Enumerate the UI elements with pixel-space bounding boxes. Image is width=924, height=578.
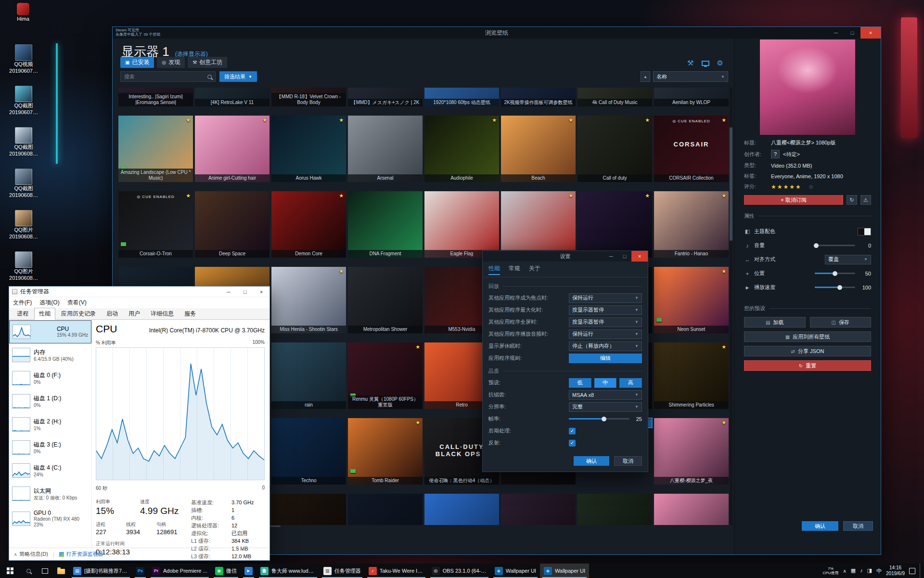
task-manager-titlebar[interactable]: 任务管理器 ─ □ × bbox=[9, 287, 270, 297]
wallpaper-tile[interactable] bbox=[578, 494, 652, 525]
apply-to-all-button[interactable]: ▦应用到所有壁纸 bbox=[744, 331, 871, 342]
taskbar-task-premiere[interactable]: PrAdobe Premiere ... bbox=[148, 564, 211, 578]
wrench-icon[interactable]: ⚒ bbox=[687, 59, 693, 67]
menu-item[interactable]: 选项(O) bbox=[39, 299, 59, 307]
scrollbar-thumb[interactable] bbox=[730, 127, 732, 241]
perf-sidebar-item[interactable]: GPU 0Radeon (TM) RX 48023% bbox=[9, 505, 91, 532]
wallpaper-tile[interactable]: DNA Fragment bbox=[348, 191, 423, 258]
close-button[interactable]: × bbox=[631, 251, 648, 262]
minimize-button[interactable]: ─ bbox=[220, 287, 237, 297]
wallpaper-tile[interactable] bbox=[348, 494, 423, 525]
menu-item[interactable]: 文件(F) bbox=[13, 299, 32, 307]
rating-stars[interactable]: ★★★★★ bbox=[771, 184, 802, 190]
wallpaper-tile[interactable] bbox=[271, 494, 346, 525]
we-titlebar[interactable]: 浏览壁纸 ─ □ × bbox=[113, 27, 881, 39]
taskbar-task-photoshop[interactable]: Ps bbox=[132, 564, 148, 578]
taskbar-task-obs[interactable]: ◎OBS 23.1.0 (64-bi... bbox=[428, 564, 491, 578]
wallpaper-tile[interactable]: ◎ CUE ENABLED★Corsair-O-Tron bbox=[118, 191, 193, 258]
close-button[interactable]: × bbox=[860, 27, 881, 39]
wallpaper-tile[interactable]: ★Fantasy Woman bbox=[578, 191, 652, 258]
wallpaper-tile[interactable]: ★Aorus Hawk bbox=[271, 116, 346, 182]
share-json-button[interactable]: ⇄分享 JSON bbox=[744, 346, 871, 356]
creator-avatar[interactable]: ? bbox=[771, 150, 780, 158]
volume-slider[interactable] bbox=[815, 245, 855, 246]
wallpaper-tile[interactable]: ★Miss Heniia - Shootin Stars bbox=[271, 267, 346, 333]
wallpaper-tile[interactable]: ★Amazing Landscape (Low CPU * Music) bbox=[118, 116, 193, 182]
taskbar-task-music-taku[interactable]: ♪Taku-We Were In... bbox=[365, 564, 428, 578]
clock[interactable]: 14:16 2019/6/9 bbox=[886, 565, 905, 577]
wallpaper-tile[interactable]: ★Fantastic Car bbox=[501, 191, 576, 258]
rate-button[interactable]: ☆ bbox=[808, 184, 814, 190]
setting-dropdown[interactable]: 保持运行▼ bbox=[569, 293, 642, 303]
fewer-details-toggle[interactable]: ∧简略信息(D) bbox=[14, 551, 48, 558]
wallpaper-tile[interactable]: ★[4K] RetroLake V 11 bbox=[195, 88, 270, 106]
file-explorer-button[interactable] bbox=[53, 564, 69, 578]
setting-dropdown[interactable]: 按显示器暂停▼ bbox=[569, 317, 642, 327]
wallpaper-tile[interactable]: 【MMD】メスガキ+スノク | 2K bbox=[348, 88, 423, 106]
minimize-button[interactable]: ─ bbox=[828, 27, 844, 39]
desktop-icon[interactable]: QQ图片20190608… bbox=[5, 210, 42, 240]
perf-sidebar-item[interactable]: 磁盘 3 (E:)0% bbox=[9, 436, 91, 459]
taskbar-task-ludashi[interactable]: 鲁鲁大师 www.ludas... bbox=[257, 564, 320, 578]
filter-results-button[interactable]: 筛选结果 ▼ bbox=[219, 71, 257, 82]
perf-sidebar-item[interactable]: 以太网发送: 0 接收: 0 Kbps bbox=[9, 482, 91, 505]
fps-slider[interactable] bbox=[569, 418, 629, 420]
desktop-icon[interactable]: QQ截图20190607… bbox=[5, 86, 42, 116]
wallpaper-tile[interactable]: ★八重樱-樱源之梦_夜 bbox=[654, 418, 729, 485]
edit-rules-button[interactable]: 编辑 bbox=[569, 354, 642, 363]
maximize-button[interactable]: □ bbox=[844, 27, 860, 39]
taskbar-task-player[interactable]: ► bbox=[241, 564, 257, 578]
refresh-icon[interactable]: ↻ bbox=[847, 195, 857, 205]
desktop-icon-hima[interactable]: Hima bbox=[5, 3, 41, 22]
wallpaper-tile[interactable]: ◎ CUE ENABLEDCORSAIR★CORSAIR Collection bbox=[654, 116, 729, 182]
wallpaper-tile[interactable]: ★Shimmering Particles bbox=[654, 342, 729, 409]
perf-sidebar-item[interactable]: 磁盘 1 (D:)0% bbox=[9, 390, 91, 413]
menu-item[interactable]: 查看(V) bbox=[67, 299, 87, 307]
wallpaper-tile[interactable]: ★【MMD R-18】Velvet Crown - Body Body bbox=[271, 88, 346, 106]
action-center-icon[interactable] bbox=[909, 568, 915, 574]
desktop-icon[interactable]: QQ截图20190608… bbox=[5, 127, 42, 157]
wallpaper-tile[interactable]: ★Neon Sunset bbox=[654, 267, 729, 333]
maximize-button[interactable]: □ bbox=[618, 251, 631, 262]
wallpaper-tile[interactable]: 4k Call of Duty Music bbox=[578, 88, 652, 106]
cpu-usage-widget[interactable]: 7% CPU使用 bbox=[823, 566, 839, 575]
taskbar-task-task-manager[interactable]: ▥任务管理器 bbox=[320, 564, 365, 578]
tm-tab-应用历史记录[interactable]: 应用历史记录 bbox=[56, 308, 101, 319]
maximize-button[interactable]: □ bbox=[237, 287, 253, 297]
sort-ascending-button[interactable]: ▲ bbox=[641, 71, 650, 82]
wallpaper-tile[interactable]: Metropolitan Shower bbox=[348, 267, 423, 333]
tm-tab-进程[interactable]: 进程 bbox=[12, 308, 33, 319]
tab-已安装[interactable]: ▣已安装 bbox=[120, 57, 154, 68]
tray-icon[interactable]: ◨ bbox=[867, 567, 872, 575]
grid-scrollbar[interactable] bbox=[730, 88, 732, 525]
display-icon[interactable] bbox=[702, 61, 709, 66]
perf-sidebar-item[interactable]: 磁盘 2 (H:)1% bbox=[9, 413, 91, 436]
slider-knob[interactable] bbox=[602, 417, 606, 421]
alignment-dropdown[interactable]: 覆盖 ▼ bbox=[825, 255, 871, 264]
tm-tab-详细信息[interactable]: 详细信息 bbox=[146, 308, 179, 319]
setting-dropdown[interactable]: MSAA x8▼ bbox=[569, 390, 642, 400]
tray-icon[interactable]: ▦ bbox=[851, 567, 856, 575]
open-resource-monitor-link[interactable]: 打开资源监视器 bbox=[59, 551, 103, 558]
setting-dropdown[interactable]: 完整▼ bbox=[569, 402, 642, 412]
quality-preset-低[interactable]: 低 bbox=[569, 378, 591, 388]
wallpaper-tile[interactable]: Arsenal bbox=[348, 116, 423, 182]
wallpaper-tile[interactable] bbox=[654, 494, 729, 525]
tray-icon[interactable]: 中 bbox=[876, 567, 882, 575]
wallpaper-tile[interactable]: rain bbox=[271, 342, 346, 409]
taskbar-task-wallpaper-ui-2[interactable]: ◆Wallpaper UI bbox=[540, 564, 589, 578]
tab-发现[interactable]: ◎发现 bbox=[157, 57, 185, 68]
gear-icon[interactable]: ⚙ bbox=[717, 59, 723, 67]
tm-tab-性能[interactable]: 性能 bbox=[34, 308, 55, 320]
confirm-button[interactable]: 确认 bbox=[574, 456, 609, 466]
load-preset-button[interactable]: ▤加载 bbox=[744, 317, 806, 328]
save-preset-button[interactable]: ◫保存 bbox=[810, 317, 872, 328]
playback-speed-slider[interactable] bbox=[815, 287, 855, 288]
show-desktop-button[interactable] bbox=[920, 564, 922, 578]
checkbox-checked[interactable]: ✓ bbox=[569, 440, 576, 447]
unsubscribe-button[interactable]: × 取消订阅 bbox=[744, 195, 843, 205]
minimize-button[interactable]: ─ bbox=[604, 251, 618, 262]
hidden-icons-chevron[interactable]: ∧ bbox=[843, 568, 846, 574]
tm-tab-服务[interactable]: 服务 bbox=[180, 308, 201, 319]
wallpaper-tile[interactable] bbox=[501, 494, 576, 525]
